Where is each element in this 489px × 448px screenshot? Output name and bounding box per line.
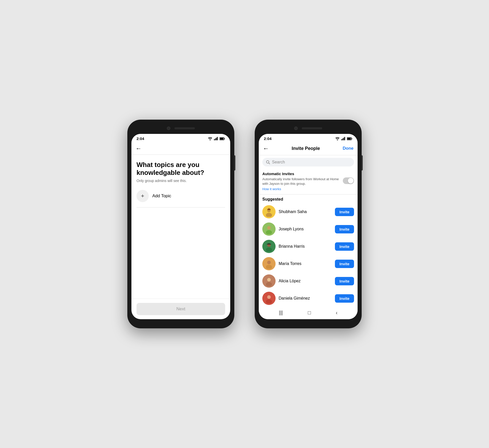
back-button-1[interactable]: ← <box>135 145 142 152</box>
phone-1-top-bar <box>131 124 230 133</box>
suggested-section: Suggested <box>259 194 358 307</box>
phone-2-top-bar <box>259 124 358 133</box>
people-list: Shubham Saha Invite <box>259 203 358 307</box>
invite-button[interactable]: Invite <box>335 294 354 303</box>
person-avatar-img <box>264 207 274 217</box>
list-item: Alicia López Invite <box>259 272 358 290</box>
invite-header: ← Invite People Done <box>259 142 358 155</box>
search-bar[interactable]: Search <box>262 158 354 166</box>
svg-rect-2 <box>215 138 216 140</box>
search-container: Search <box>259 155 358 169</box>
svg-point-28 <box>267 261 271 264</box>
topics-subtitle: Only group admins will see this. <box>137 179 225 183</box>
signal-icon-2 <box>341 137 345 140</box>
invite-title: Invite People <box>292 146 320 151</box>
add-topic-button[interactable]: + <box>137 190 149 202</box>
add-topic-row[interactable]: + Add Topic <box>137 189 225 203</box>
topics-screen: ← What topics are you knowledgable about… <box>131 142 230 319</box>
battery-icon <box>220 137 225 140</box>
svg-rect-9 <box>342 138 343 140</box>
status-icons-2 <box>335 137 352 140</box>
invite-button[interactable]: Invite <box>335 260 354 268</box>
avatar <box>262 222 276 236</box>
divider <box>137 207 225 207</box>
person-avatar-img <box>264 293 274 303</box>
svg-line-15 <box>269 163 270 164</box>
signal-icon <box>214 137 218 140</box>
avatar <box>262 257 276 270</box>
how-it-works-link[interactable]: How it works <box>262 187 281 191</box>
add-topic-label: Add Topic <box>152 193 171 199</box>
person-name: María Torres <box>279 261 332 266</box>
list-item: María Torres Invite <box>259 255 358 272</box>
auto-invite-toggle[interactable] <box>343 177 354 184</box>
camera-lens <box>167 127 170 130</box>
back-button-2[interactable]: ← <box>263 145 269 152</box>
phone-2-screen: 2:04 <box>259 134 358 319</box>
auto-invites-content: Automatically invite followers from Work… <box>262 177 340 191</box>
person-avatar-img <box>264 241 274 251</box>
list-item: Daniela Giménez Invite <box>259 290 358 307</box>
bottom-nav: ||| □ ‹ <box>259 307 358 319</box>
topics-title: What topics are you knowledgable about? <box>137 161 225 177</box>
person-name: Brianna Harris <box>279 244 332 249</box>
invite-button[interactable]: Invite <box>335 208 354 216</box>
avatar <box>262 292 276 305</box>
next-button[interactable]: Next <box>137 303 225 315</box>
avatar <box>262 240 276 253</box>
phone-1-screen: 2:04 <box>131 134 230 319</box>
svg-rect-6 <box>220 138 224 139</box>
invite-button[interactable]: Invite <box>335 225 354 233</box>
svg-rect-13 <box>347 138 351 139</box>
auto-invites-row: Automatically invite followers from Work… <box>262 177 354 191</box>
list-item: Brianna Harris Invite <box>259 238 358 255</box>
side-button-2 <box>361 155 363 171</box>
svg-point-7 <box>337 139 338 140</box>
auto-invites-description: Automatically invite followers from Work… <box>262 177 340 186</box>
list-item: Joseph Lyons Invite <box>259 220 358 238</box>
status-time-1: 2:04 <box>137 136 144 141</box>
status-icons-1 <box>208 137 225 140</box>
svg-rect-11 <box>344 137 345 140</box>
speaker-grille <box>174 127 195 129</box>
auto-invites-section: Automatic Invites Automatically invite f… <box>259 169 358 194</box>
battery-icon-2 <box>347 137 352 140</box>
invite-button[interactable]: Invite <box>335 277 354 285</box>
phone-2: 2:04 <box>255 120 362 328</box>
status-time-2: 2:04 <box>264 136 271 141</box>
side-button <box>234 155 235 171</box>
search-icon <box>266 160 270 164</box>
speaker-grille-2 <box>302 127 322 129</box>
person-name: Daniela Giménez <box>279 296 332 301</box>
wifi-icon-2 <box>335 137 340 140</box>
svg-rect-1 <box>214 139 215 140</box>
nav-back-icon[interactable]: ‹ <box>336 310 337 316</box>
nav-home-icon[interactable]: □ <box>308 310 311 316</box>
svg-rect-8 <box>341 139 342 140</box>
svg-rect-19 <box>267 209 270 210</box>
auto-invites-title: Automatic Invites <box>262 172 354 176</box>
topics-header: ← <box>131 142 230 155</box>
svg-rect-3 <box>216 138 217 140</box>
status-bar-1: 2:04 <box>131 134 230 142</box>
next-btn-container: Next <box>131 299 230 319</box>
svg-point-34 <box>267 295 271 299</box>
svg-point-0 <box>210 139 211 140</box>
camera-lens-2 <box>294 127 298 130</box>
invite-button[interactable]: Invite <box>335 242 354 251</box>
svg-point-31 <box>267 278 271 282</box>
done-button[interactable]: Done <box>343 146 354 151</box>
avatar <box>262 274 276 288</box>
phone-1: 2:04 <box>127 120 234 328</box>
avatar <box>262 205 276 218</box>
svg-rect-10 <box>343 138 344 140</box>
topics-body: What topics are you knowledgable about? … <box>131 155 230 299</box>
svg-rect-4 <box>217 137 218 140</box>
phones-container: 2:04 <box>127 120 362 328</box>
person-avatar-img <box>264 259 274 269</box>
nav-menu-icon[interactable]: ||| <box>279 310 283 316</box>
suggested-label: Suggested <box>259 194 358 203</box>
search-placeholder: Search <box>272 160 285 164</box>
list-item: Shubham Saha Invite <box>259 203 358 220</box>
person-name: Alicia López <box>279 279 332 283</box>
